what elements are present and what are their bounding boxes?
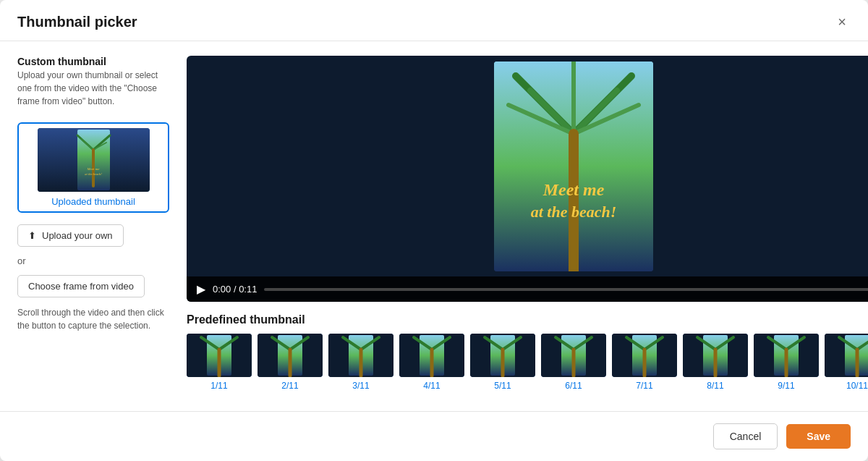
play-button[interactable]: ▶: [197, 282, 205, 296]
svg-text:at the beach!: at the beach!: [531, 203, 617, 221]
svg-text:Meet me: Meet me: [86, 167, 100, 171]
video-svg: Meet me at the beach!: [494, 62, 653, 271]
thumbnail-label: 4/11: [423, 381, 440, 391]
upload-your-own-button[interactable]: ⬆ Upload your own: [17, 224, 124, 247]
thumbnail-svg: Meet me at the beach!: [38, 128, 150, 192]
right-panel: Meet me at the beach! ▶ 0:00 / 0:11 🔊 ⛶ …: [187, 56, 868, 402]
svg-text:Meet me: Meet me: [542, 180, 605, 199]
thumbnail-preview: Meet me at the beach!: [38, 128, 150, 192]
custom-thumbnail-title: Custom thumbnail: [17, 56, 169, 67]
thumbnail-label: 1/11: [210, 381, 227, 391]
cancel-button[interactable]: Cancel: [713, 423, 778, 449]
thumbnail-label: 2/11: [281, 381, 298, 391]
thumbnail-item[interactable]: 7/11: [612, 334, 677, 391]
thumbnails-strip: 1/11 2/11: [187, 334, 868, 394]
video-player: Meet me at the beach! ▶ 0:00 / 0:11 🔊 ⛶ …: [187, 56, 868, 302]
thumbnail-item[interactable]: 4/11: [399, 334, 464, 391]
thumbnail-frame: [541, 334, 606, 377]
thumbnail-label: 8/11: [707, 381, 723, 391]
video-frame: Meet me at the beach!: [494, 62, 653, 271]
thumbnail-item[interactable]: 3/11: [328, 334, 393, 391]
or-divider: or: [17, 255, 169, 266]
thumbnail-item[interactable]: 10/11: [825, 334, 868, 391]
custom-thumbnail-section: Custom thumbnail Upload your own thumbna…: [17, 56, 169, 114]
thumbnail-frame: [470, 334, 535, 377]
video-controls: ▶ 0:00 / 0:11 🔊 ⛶ ⋮: [187, 276, 868, 302]
progress-bar[interactable]: [264, 288, 868, 291]
thumbnail-frame: [754, 334, 819, 377]
thumbnail-frame: [683, 334, 748, 377]
thumbnail-label: 10/11: [846, 381, 868, 391]
thumbnail-frame: [187, 334, 252, 377]
svg-text:at the beach!: at the beach!: [85, 172, 102, 176]
modal-body: Custom thumbnail Upload your own thumbna…: [0, 41, 868, 402]
close-button[interactable]: ×: [833, 13, 851, 30]
predefined-section: Predefined thumbnail 1/11: [187, 313, 868, 394]
thumbnail-frame: [258, 334, 323, 377]
thumbnail-label: 6/11: [565, 381, 582, 391]
uploaded-thumbnail-label: Uploaded thumbnail: [51, 196, 135, 207]
thumbnail-item[interactable]: 2/11: [258, 334, 323, 391]
thumbnail-item[interactable]: 9/11: [754, 334, 819, 391]
custom-thumbnail-desc: Upload your own thumbnail or select one …: [17, 69, 169, 108]
modal-footer: Cancel Save: [0, 411, 868, 461]
thumbnail-frame: [825, 334, 868, 377]
thumbnail-label: 3/11: [352, 381, 369, 391]
upload-icon: ⬆: [28, 230, 36, 241]
video-content: Meet me at the beach!: [187, 56, 868, 276]
predefined-title: Predefined thumbnail: [187, 313, 868, 326]
thumbnail-item[interactable]: 6/11: [541, 334, 606, 391]
time-display: 0:00 / 0:11: [213, 284, 257, 295]
thumbnail-item[interactable]: 8/11: [683, 334, 748, 391]
selected-thumbnail-box[interactable]: Meet me at the beach! Uploaded thumbnail: [17, 122, 169, 213]
thumbnail-frame: [328, 334, 393, 377]
thumbnail-label: 9/11: [778, 381, 794, 391]
save-button[interactable]: Save: [786, 424, 851, 449]
modal-header: Thumbnail picker ×: [0, 0, 868, 41]
thumbnail-item[interactable]: 5/11: [470, 334, 535, 391]
scroll-description: Scroll through the video and then click …: [17, 306, 169, 332]
upload-btn-label: Upload your own: [42, 230, 113, 241]
thumbnail-item[interactable]: 1/11: [187, 334, 252, 391]
thumbnail-label: 5/11: [494, 381, 511, 391]
thumbnail-frame: [399, 334, 464, 377]
left-panel: Custom thumbnail Upload your own thumbna…: [17, 56, 169, 402]
thumbnail-label: 7/11: [636, 381, 652, 391]
thumbnail-frame: [612, 334, 677, 377]
choose-frame-button[interactable]: Choose frame from video: [17, 275, 145, 297]
modal-title: Thumbnail picker: [17, 14, 137, 30]
thumbnail-picker-modal: Thumbnail picker × Custom thumbnail Uplo…: [0, 0, 868, 461]
